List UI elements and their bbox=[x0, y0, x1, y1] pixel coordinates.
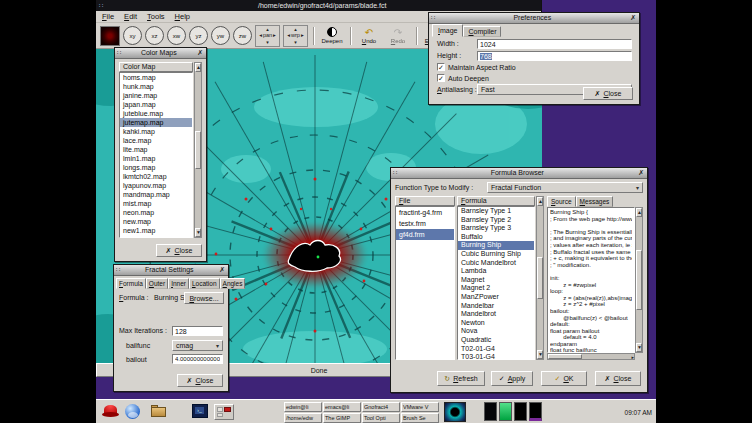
settings-titlebar[interactable]: ∷ Fractal Settings ✗ bbox=[114, 265, 228, 276]
gimp-swatch-1[interactable] bbox=[484, 402, 497, 421]
settings-tab[interactable]: Formula bbox=[116, 278, 146, 289]
fractal-thumbnail[interactable] bbox=[444, 402, 466, 422]
formula-item[interactable]: Newton bbox=[458, 319, 534, 328]
colormap-item[interactable]: jutemap.map bbox=[120, 118, 192, 127]
menu-item[interactable]: File bbox=[102, 12, 114, 21]
scrollbar-thumb[interactable] bbox=[548, 354, 582, 359]
apply-button[interactable]: ✓ Apply bbox=[491, 371, 533, 386]
maintain-aspect-checkbox[interactable]: ✓ Maintain Aspect Ratio bbox=[437, 63, 516, 71]
formula-item[interactable]: Cubic Burning Ship bbox=[458, 250, 534, 259]
main-titlebar[interactable]: ∷ /home/edwin/gnofract4d/params/blade.fc… bbox=[96, 0, 541, 11]
settings-tab[interactable]: Angles bbox=[220, 278, 246, 289]
height-input[interactable]: 768 bbox=[477, 51, 632, 61]
close-icon[interactable]: ✗ bbox=[196, 49, 204, 57]
window-menu-icon[interactable]: ∷ bbox=[117, 49, 121, 57]
colormap-item[interactable]: lmin1.map bbox=[120, 154, 192, 163]
settings-close-button[interactable]: ✗ Close bbox=[177, 374, 223, 387]
spin-left-icon[interactable]: ◂ bbox=[259, 33, 262, 38]
pan-spinner[interactable]: ▴ ◂pan▸ ▾ bbox=[255, 25, 280, 47]
window-menu-icon[interactable]: ∷ bbox=[431, 14, 435, 22]
formula-item[interactable]: Magnet bbox=[458, 276, 534, 285]
rotate-button[interactable]: yw bbox=[211, 26, 230, 45]
scroll-down-icon[interactable]: ▼ bbox=[195, 228, 201, 237]
task-button[interactable]: Tool Opti bbox=[362, 413, 400, 423]
max-iterations-input[interactable] bbox=[172, 326, 223, 336]
scrollbar-thumb[interactable] bbox=[636, 250, 642, 310]
settings-tab[interactable]: Outer bbox=[146, 278, 168, 289]
rotate-button[interactable]: xy bbox=[123, 26, 142, 45]
scroll-down-icon[interactable]: ▼ bbox=[537, 350, 543, 359]
colormaps-titlebar[interactable]: ∷ Color Maps ✗ bbox=[115, 48, 206, 59]
colormap-item[interactable]: new.map bbox=[120, 217, 192, 226]
colormap-item[interactable]: juteblue.map bbox=[120, 109, 192, 118]
task-button[interactable]: VMware V bbox=[401, 402, 439, 412]
window-menu-icon[interactable]: ∷ bbox=[99, 2, 103, 10]
formula-item[interactable]: Magnet 2 bbox=[458, 284, 534, 293]
rotate-button[interactable]: zw bbox=[233, 26, 252, 45]
width-input[interactable] bbox=[477, 39, 632, 49]
browse-button[interactable]: Browse... bbox=[184, 292, 224, 304]
formula-item[interactable]: Barnsley Type 1 bbox=[458, 207, 534, 216]
rotate-button[interactable]: xw bbox=[167, 26, 186, 45]
spin-right-icon[interactable]: ▸ bbox=[301, 33, 304, 38]
spin-up-icon[interactable]: ▴ bbox=[266, 27, 269, 32]
window-menu-icon[interactable]: ∷ bbox=[393, 169, 397, 177]
formula-item[interactable]: Barnsley Type 3 bbox=[458, 224, 534, 233]
task-button[interactable]: edwin@li bbox=[284, 402, 322, 412]
formula-item[interactable]: Quadratic bbox=[458, 336, 534, 345]
settings-tab[interactable]: Location bbox=[189, 278, 220, 289]
colormap-column-header[interactable]: Color Map bbox=[119, 62, 193, 72]
task-button[interactable]: Brush Se bbox=[401, 413, 439, 423]
refresh-button[interactable]: ↻ Refresh bbox=[437, 371, 485, 386]
close-icon[interactable]: ✗ bbox=[218, 266, 226, 274]
formula-item[interactable]: T03-01-G4 bbox=[458, 353, 534, 360]
spin-right-icon[interactable]: ▸ bbox=[273, 33, 276, 38]
ok-button[interactable]: ✓ OK bbox=[541, 371, 587, 386]
colormap-item[interactable]: longs.map bbox=[120, 163, 192, 172]
colormap-item[interactable]: hunk.map bbox=[120, 82, 192, 91]
gimp-swatch-3[interactable] bbox=[514, 402, 527, 421]
fractal-preview-button[interactable] bbox=[100, 26, 120, 46]
bailout-input[interactable] bbox=[172, 354, 223, 364]
task-button[interactable]: /home/edw bbox=[284, 413, 322, 423]
gimp-swatch-4[interactable] bbox=[529, 402, 542, 421]
colormap-item[interactable]: lkmtch02.map bbox=[120, 172, 192, 181]
colormap-item[interactable]: japan.map bbox=[120, 100, 192, 109]
undo-button[interactable]: ↶ Undo bbox=[356, 24, 382, 48]
formula-item[interactable]: Cubic Mandelbrot bbox=[458, 259, 534, 268]
spin-down-icon[interactable]: ▾ bbox=[266, 40, 269, 45]
rotate-button[interactable]: xz bbox=[145, 26, 164, 45]
formula-item[interactable]: Mandelbrot bbox=[458, 310, 534, 319]
file-item[interactable]: gf4d.frm bbox=[396, 229, 454, 240]
menu-item[interactable]: Edit bbox=[124, 12, 137, 21]
settings-tab[interactable]: Inner bbox=[168, 278, 189, 289]
formula-scrollbar[interactable]: ▲ ▼ bbox=[536, 196, 544, 360]
auto-deepen-checkbox[interactable]: ✓ Auto Deepen bbox=[437, 74, 489, 82]
warp-spinner[interactable]: ▴ ◂wrp▸ ▾ bbox=[283, 25, 308, 47]
scroll-up-icon[interactable]: ▲ bbox=[537, 197, 543, 206]
function-type-dropdown[interactable]: Fractal Function ▾ bbox=[487, 182, 643, 193]
file-item[interactable]: testx.frm bbox=[396, 218, 454, 229]
folder-icon[interactable] bbox=[150, 403, 168, 420]
deepen-button[interactable]: Deepen bbox=[319, 24, 345, 48]
preferences-tab[interactable]: Compiler bbox=[463, 26, 501, 37]
colormap-scrollbar[interactable]: ▲ ▼ bbox=[194, 62, 202, 238]
colormap-item[interactable]: mist.map bbox=[120, 199, 192, 208]
terminal-launcher-icon[interactable]: ›_ bbox=[192, 403, 208, 420]
close-icon[interactable]: ✗ bbox=[637, 169, 645, 177]
formula-item[interactable]: Buffalo bbox=[458, 233, 534, 242]
colormap-item[interactable]: janine.map bbox=[120, 91, 192, 100]
file-item[interactable]: fractint-g4.frm bbox=[396, 207, 454, 218]
colormap-item[interactable]: lite.map bbox=[120, 145, 192, 154]
spin-down-icon[interactable]: ▾ bbox=[294, 40, 297, 45]
spin-up-icon[interactable]: ▴ bbox=[294, 27, 297, 32]
scroll-up-icon[interactable]: ▲ bbox=[636, 208, 642, 217]
colormap-item[interactable]: new2.map bbox=[120, 235, 192, 238]
scroll-up-icon[interactable]: ▲ bbox=[195, 63, 201, 72]
web-browser-icon[interactable] bbox=[124, 403, 142, 420]
colormap-item[interactable]: homs.map bbox=[120, 73, 192, 82]
task-button[interactable]: The GIMP bbox=[323, 413, 361, 423]
task-button[interactable]: Gnofract4 bbox=[362, 402, 400, 412]
formula-item[interactable]: Burning Ship bbox=[458, 241, 534, 250]
scrollbar-thumb[interactable] bbox=[195, 131, 201, 169]
